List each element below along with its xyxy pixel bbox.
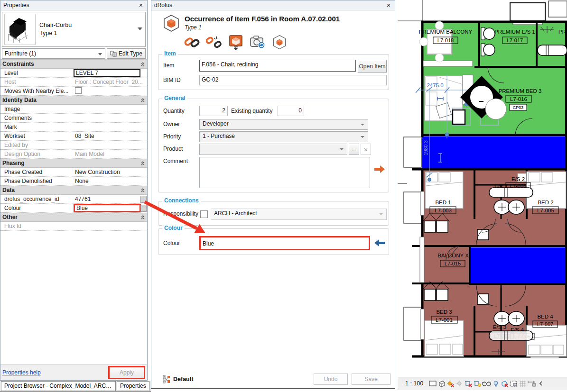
product-clear-button[interactable]: ×: [361, 144, 371, 155]
row-more-button[interactable]: [140, 205, 147, 212]
section-header-constraints[interactable]: Constraints: [0, 60, 147, 69]
drofus-occurrence-id-value[interactable]: 47761: [74, 195, 147, 203]
row-more-button[interactable]: [140, 196, 147, 203]
svg-text:L7-016: L7-016: [510, 96, 527, 102]
save-button[interactable]: Save: [352, 374, 390, 385]
item-group: Item Item F.056 - Chair, reclining Open …: [158, 54, 389, 90]
view-scale[interactable]: 1 : 100: [405, 380, 423, 387]
tab-properties[interactable]: Properties: [117, 381, 149, 391]
edited-by-value: [74, 141, 147, 149]
sun-path-icon[interactable]: [446, 379, 455, 388]
phase-demolished-value[interactable]: None: [74, 177, 147, 185]
show-crop-region-icon[interactable]: [473, 379, 482, 388]
property-row: Level LEVEL 7: [0, 69, 147, 78]
collapse-chevron-icon[interactable]: [140, 98, 145, 102]
close-icon[interactable]: ×: [138, 2, 144, 9]
close-icon[interactable]: ×: [385, 2, 392, 9]
responsibility-checkbox[interactable]: [200, 210, 208, 218]
colour-field-highlighted[interactable]: Blue: [199, 236, 370, 250]
owner-dropdown[interactable]: Developer: [199, 119, 368, 130]
svg-text:E/S 3: E/S 3: [493, 324, 506, 330]
properties-help-link[interactable]: Properties help: [2, 369, 41, 376]
link-icon[interactable]: [184, 34, 201, 50]
phase-created-value[interactable]: New Construction: [74, 168, 147, 176]
sync-image-icon[interactable]: [249, 34, 266, 50]
level-value[interactable]: LEVEL 7: [74, 69, 140, 77]
edit-type-button[interactable]: Edit Type: [107, 48, 146, 59]
product-dropdown[interactable]: [199, 144, 347, 155]
colour-value-highlighted[interactable]: Blue: [74, 204, 141, 212]
pull-from-revit-arrow-icon[interactable]: [374, 239, 385, 246]
detail-level-icon[interactable]: [428, 379, 437, 388]
occurrence-subtitle: Type 1: [185, 24, 202, 31]
occurrence-title: Occurrence of Item F.056 in Room A.07.02…: [185, 15, 340, 23]
collapse-chevron-icon[interactable]: [140, 188, 145, 192]
properties-titlebar[interactable]: Properties ×: [0, 0, 147, 10]
show-in-model-icon[interactable]: [227, 34, 244, 50]
svg-text:PREMIUM E/S 1: PREMIUM E/S 1: [494, 29, 535, 35]
floor-plan-canvas[interactable]: 2475.0 1980.3 PREMIUM BALCONY L7-018 PRE…: [398, 0, 567, 377]
item-field[interactable]: F.056 - Chair, reclining: [199, 60, 356, 72]
mark-value[interactable]: [74, 123, 147, 131]
crop-view-icon[interactable]: [464, 379, 473, 388]
svg-text:E/S 2: E/S 2: [511, 176, 525, 182]
reveal-constraints-icon[interactable]: [527, 379, 536, 388]
category-filter-combobox[interactable]: Furniture (1): [2, 48, 105, 59]
collapse-chevron-icon[interactable]: [140, 62, 145, 66]
dock-tabbar: Project Browser - Complex_Model_ARCH_Wi.…: [0, 381, 151, 392]
floor-plan-view[interactable]: 2475.0 1980.3 PREMIUM BALCONY L7-018 PRE…: [398, 0, 567, 392]
comments-value[interactable]: [74, 114, 147, 122]
flux-id-value[interactable]: [74, 222, 147, 230]
svg-text:L7-018: L7-018: [437, 37, 454, 43]
unlink-icon[interactable]: [205, 34, 223, 50]
category-filter-value: Furniture (1): [5, 50, 36, 57]
push-to-revit-arrow-icon[interactable]: [374, 165, 385, 173]
existing-quantity-field: 0: [278, 106, 304, 116]
general-group: General Quantity 2 Existing quantity 0 O…: [158, 99, 389, 192]
drofus-toolbar: [184, 34, 288, 50]
section-header-other[interactable]: Other: [0, 213, 147, 222]
connections-group-legend: Connections: [162, 197, 201, 204]
tab-project-browser[interactable]: Project Browser - Complex_Model_ARCH_Wi.…: [1, 381, 116, 391]
temporary-hide-isolate-icon[interactable]: [482, 379, 491, 388]
section-header-data[interactable]: Data: [0, 186, 147, 195]
collapse-chevron-icon[interactable]: [140, 215, 145, 219]
type-preview[interactable]: Chair-Corbu Type 1: [2, 12, 146, 47]
drofus-titlebar[interactable]: dRofus ×: [151, 0, 395, 10]
shadows-icon[interactable]: [455, 379, 464, 388]
property-grid: Constraints Level LEVEL 7 Host Floor : C…: [0, 59, 147, 231]
application-window: Properties × Chair-Corbu Type 1 F: [0, 0, 567, 392]
reveal-hidden-elements-icon[interactable]: [491, 379, 500, 388]
colour-group: Colour Colour Blue: [158, 228, 389, 255]
visual-style-icon[interactable]: [437, 379, 446, 388]
apply-button[interactable]: Apply: [108, 366, 145, 379]
drofus-title: dRofus: [154, 2, 385, 9]
type-preview-text: Chair-Corbu Type 1: [39, 21, 72, 37]
analytical-model-icon[interactable]: [518, 379, 527, 388]
svg-text:L7-001: L7-001: [436, 317, 453, 323]
dimension-width: 2475.0: [427, 82, 443, 88]
priority-dropdown[interactable]: 1 - Purchase: [199, 131, 368, 142]
locked-3d-view-icon[interactable]: [500, 379, 509, 388]
responsibility-dropdown: ARCH - Architect: [211, 209, 387, 220]
undo-button[interactable]: Undo: [314, 374, 348, 385]
product-browse-button[interactable]: ...: [349, 144, 359, 155]
type-name: Type 1: [39, 29, 72, 37]
open-item-button[interactable]: Open Item: [358, 60, 387, 73]
image-value[interactable]: [74, 105, 147, 113]
collapse-chevron-icon[interactable]: [140, 161, 145, 165]
workset-value[interactable]: 08_Site: [74, 132, 147, 140]
comment-textarea[interactable]: [199, 157, 370, 188]
section-header-identity-data[interactable]: Identity Data: [0, 96, 147, 105]
type-selector-caret-icon[interactable]: [138, 27, 142, 30]
item-package-icon[interactable]: [271, 34, 288, 50]
quantity-field[interactable]: 2: [199, 106, 228, 116]
configuration-selector[interactable]: Default: [163, 375, 193, 383]
svg-text:BALCONY X: BALCONY X: [437, 253, 469, 258]
moves-with-nearby-checkbox[interactable]: [75, 87, 82, 94]
temporary-view-properties-icon[interactable]: [509, 379, 518, 388]
properties-panel: Properties × Chair-Corbu Type 1 F: [0, 0, 148, 381]
section-header-phasing[interactable]: Phasing: [0, 159, 147, 168]
chair-corbu-image: [5, 14, 34, 44]
collapse-bar-icon[interactable]: [536, 379, 545, 388]
